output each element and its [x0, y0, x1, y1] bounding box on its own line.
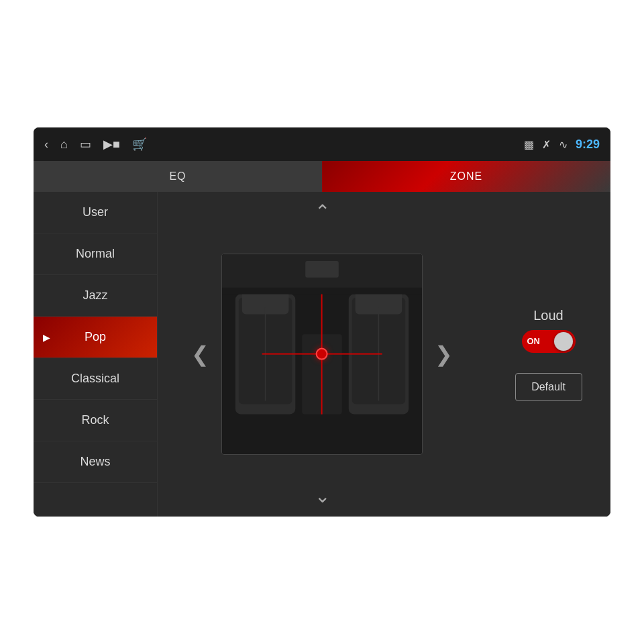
bag-icon[interactable]: 🛒 [132, 137, 147, 152]
status-bar-left: ‹ ⌂ ▭ ▶■ 🛒 [44, 137, 147, 152]
back-icon[interactable]: ‹ [44, 138, 48, 152]
device-frame: ‹ ⌂ ▭ ▶■ 🛒 ▩ ✗ ∿ 9:29 EQ ZONE User Norma… [34, 127, 610, 517]
status-bar-right: ▩ ✗ ∿ 9:29 [524, 138, 600, 152]
bluetooth-icon: ✗ [542, 138, 551, 151]
sidebar-label-pop: Pop [85, 330, 106, 344]
sidebar-label-news: News [80, 455, 110, 469]
play-icon: ▶ [43, 332, 50, 343]
tab-eq[interactable]: EQ [34, 161, 322, 192]
sidebar-item-jazz[interactable]: Jazz [34, 275, 157, 317]
status-bar: ‹ ⌂ ▭ ▶■ 🛒 ▩ ✗ ∿ 9:29 [34, 127, 610, 161]
sidebar-label-normal: Normal [76, 247, 115, 261]
sidebar-item-pop[interactable]: ▶ Pop [34, 317, 157, 358]
videocam-icon[interactable]: ▶■ [103, 137, 120, 152]
center-row: ❮ [186, 254, 458, 455]
clock: 9:29 [576, 138, 600, 152]
car-seat-view[interactable] [221, 254, 423, 455]
toggle-on-label: ON [527, 336, 541, 346]
default-label: Default [531, 381, 566, 393]
tab-zone[interactable]: ZONE [322, 161, 610, 192]
sidebar-item-news[interactable]: News [34, 441, 157, 483]
right-panel: Loud ON Default [486, 192, 610, 517]
sidebar-label-jazz: Jazz [83, 288, 107, 303]
sidebar-item-classical[interactable]: Classical [34, 358, 157, 400]
sidebar: User Normal Jazz ▶ Pop Classical Rock Ne… [34, 192, 158, 517]
sidebar-label-rock: Rock [81, 413, 109, 427]
layers-icon[interactable]: ▭ [80, 137, 91, 152]
cast-icon: ▩ [524, 138, 534, 151]
chevron-up-button[interactable]: ⌃ [307, 200, 338, 224]
loud-toggle[interactable]: ON [522, 330, 576, 353]
toggle-knob [554, 332, 573, 351]
chevron-down-button[interactable]: ⌄ [307, 484, 338, 508]
svg-rect-10 [305, 261, 339, 278]
center-zone: ⌃ ❮ [158, 192, 486, 517]
main-content: User Normal Jazz ▶ Pop Classical Rock Ne… [34, 192, 610, 517]
tab-bar: EQ ZONE [34, 161, 610, 192]
arrow-right-button[interactable]: ❯ [429, 338, 458, 370]
sidebar-item-user[interactable]: User [34, 192, 157, 233]
loud-section: Loud ON [522, 308, 576, 353]
crosshair-dot [316, 348, 328, 360]
sidebar-item-normal[interactable]: Normal [34, 233, 157, 275]
default-button[interactable]: Default [515, 373, 582, 401]
loud-label: Loud [533, 308, 564, 323]
zone-crosshair [262, 294, 382, 415]
wifi-icon: ∿ [559, 138, 568, 151]
sidebar-label-classical: Classical [71, 372, 119, 386]
sidebar-item-rock[interactable]: Rock [34, 400, 157, 441]
home-icon[interactable]: ⌂ [60, 138, 68, 152]
sidebar-label-user: User [83, 205, 108, 219]
arrow-left-button[interactable]: ❮ [186, 338, 215, 370]
svg-rect-9 [222, 288, 422, 294]
